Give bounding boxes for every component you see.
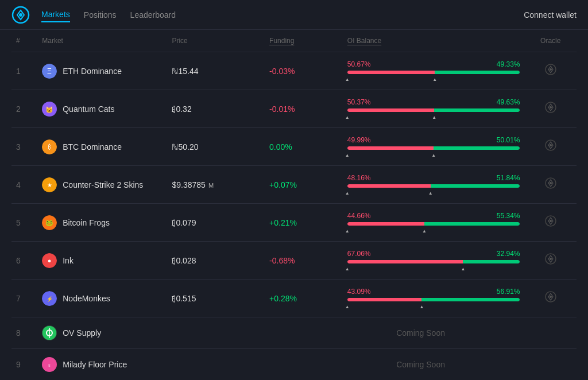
market-name-label: ETH Dominance [63,67,122,76]
logo-icon[interactable] [11,6,30,24]
svg-point-25 [550,258,552,260]
row-oracle [524,280,577,317]
oi-labels: 43.09% 56.91% [347,288,520,296]
col-header-funding[interactable]: Funding [265,30,343,52]
row-oracle [524,128,577,166]
row-funding: -0.01% [265,90,343,128]
table-row[interactable]: 3₿BTC Dominanceℕ50.200.00% 49.99% 50.01%… [11,128,577,166]
row-oi: 44.66% 55.34% ▲ [343,204,525,242]
price-value: ₿0.028 [172,256,196,265]
row-funding: -0.03% [265,52,343,90]
market-name-label: OV Supply [63,328,101,338]
oi-bar-long [347,71,435,74]
market-name-label: Ink [63,256,74,265]
row-oracle [524,242,577,280]
oi-labels: 49.99% 50.01% [347,136,520,144]
row-num: 6 [11,242,37,280]
funding-value: +0.21% [269,218,297,227]
nav-positions[interactable]: Positions [84,8,117,22]
row-price: ₿0.079 [167,204,265,242]
oi-bar-short [421,298,520,301]
oi-labels: 44.66% 55.34% [347,212,520,220]
oi-container: 43.09% 56.91% ▲ [347,288,520,309]
row-market: ΞETH Dominance [37,52,167,90]
col-header-num: # [11,30,37,52]
market-icon: ★ [42,177,57,192]
funding-value: +0.28% [269,294,297,303]
row-num: 7 [11,280,37,317]
row-num: 2 [11,90,37,128]
oi-bar-long [347,222,424,226]
table-row[interactable]: 7⚡NodeMonkes₿0.515+0.28% 43.09% 56.91% ▲ [11,280,577,317]
oi-bar [347,260,520,263]
row-funding: +0.07% [265,166,343,204]
oi-bar-short [463,260,520,263]
col-header-price: Price [167,30,265,52]
row-price: ℕ50.20 [167,128,265,166]
col-header-oi[interactable]: OI Balance [343,30,525,52]
row-price: $9.38785 M [167,166,265,204]
row-market: ●Ink [37,242,167,280]
oracle-icon [529,101,572,117]
oi-container: 48.16% 51.84% ▲ [347,174,520,195]
svg-point-17 [550,182,552,184]
price-value: $9.38785 M [172,180,214,189]
oi-labels: 50.37% 49.63% [347,98,520,106]
oi-short-label: 51.84% [497,174,520,182]
row-oracle [524,52,577,90]
header: Markets Positions Leaderboard Connect wa… [0,0,588,30]
oi-bar-short [435,71,520,74]
row-funding: +0.28% [265,280,343,317]
table-row[interactable]: 5🐸Bitcoin Frogs₿0.079+0.21% 44.66% 55.34… [11,204,577,242]
oi-long-label: 48.16% [347,174,371,182]
row-funding: -0.68% [265,242,343,280]
row-num: 4 [11,166,37,204]
oracle-icon [529,63,572,79]
market-icon: ● [42,253,57,268]
price-value: ₿0.079 [172,218,196,227]
svg-text:★: ★ [47,182,52,188]
nav-leaderboard[interactable]: Leaderboard [130,8,176,22]
table-row[interactable]: 9♀Milady Floor PriceComing Soon [11,349,577,381]
oi-bar [347,298,520,301]
table-row[interactable]: 6●Ink₿0.028-0.68% 67.06% 32.94% ▲ [11,242,577,280]
oi-bar-long [347,108,434,112]
svg-text:₿: ₿ [48,144,51,150]
oi-bar-long [347,298,422,301]
market-icon: Ξ [42,64,57,79]
connect-wallet-button[interactable]: Connect wallet [524,10,577,20]
svg-text:🐱: 🐱 [45,106,53,114]
row-price [167,317,265,349]
oi-marker: ▲ [347,191,520,195]
svg-point-13 [550,144,552,146]
oi-short-label: 50.01% [497,136,520,144]
oi-marker: ▲ [347,153,520,157]
oi-bar [347,108,520,112]
markets-table-container: # Market Price Funding OI Balance Oracle… [0,30,588,380]
row-num: 1 [11,52,37,90]
nav-markets[interactable]: Markets [41,7,70,22]
row-market: ₿BTC Dominance [37,128,167,166]
table-row[interactable]: 4★Counter-Strike 2 Skins$9.38785 M+0.07%… [11,166,577,204]
market-name-label: Quantum Cats [63,104,114,114]
oi-short-label: 49.33% [497,60,520,68]
svg-text:🐸: 🐸 [45,219,53,227]
oi-long-label: 50.67% [347,60,371,68]
oi-bar-short [434,108,520,112]
price-value: ₿0.32 [172,104,191,114]
table-row[interactable]: 2🐱Quantum Cats₿0.32-0.01% 50.37% 49.63% … [11,90,577,128]
market-name-label: Bitcoin Frogs [63,218,110,227]
row-oi: 49.99% 50.01% ▲ [343,128,525,166]
oi-labels: 67.06% 32.94% [347,250,520,258]
row-oi: 50.67% 49.33% ▲ [343,52,525,90]
oi-long-label: 49.99% [347,136,371,144]
oi-bar [347,71,520,74]
market-name-label: Milady Floor Price [63,360,127,369]
table-row[interactable]: 1ΞETH Dominanceℕ15.44-0.03% 50.67% 49.33… [11,52,577,90]
oi-marker: ▲ [347,77,520,82]
market-icon: 🐱 [42,102,57,117]
market-icon: ⚡ [42,291,57,306]
col-header-oracle: Oracle [524,30,577,52]
oi-long-label: 43.09% [347,288,371,296]
table-row[interactable]: 8OV SupplyComing Soon [11,317,577,349]
